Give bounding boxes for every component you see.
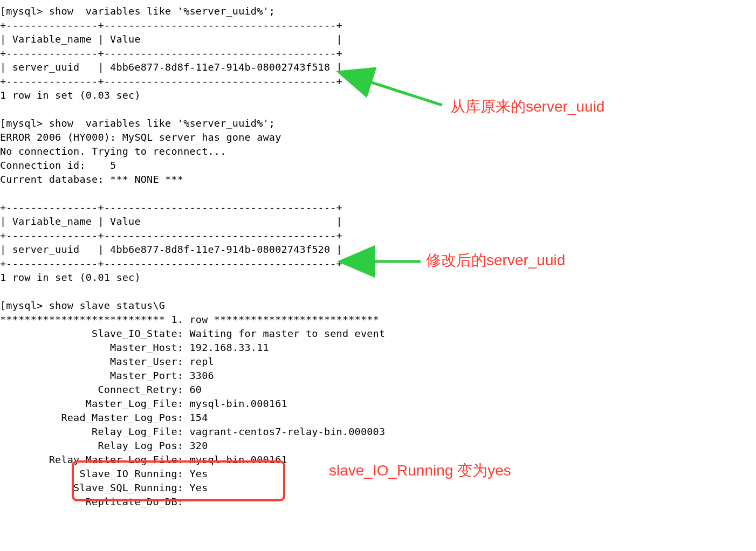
line: +---------------+-----------------------…: [0, 47, 342, 59]
line: +---------------+-----------------------…: [0, 230, 342, 241]
line: Relay_Log_File: vagrant-centos7-relay-bi…: [0, 426, 385, 437]
line: No connection. Trying to reconnect...: [0, 146, 226, 157]
line: [mysql> show slave status\G: [0, 300, 165, 311]
line: +---------------+-----------------------…: [0, 75, 342, 87]
highlight-box-slave-running: [72, 460, 285, 501]
line: Connect_Retry: 60: [0, 384, 202, 395]
line: Relay_Log_Pos: 320: [0, 440, 208, 451]
line: +---------------+-----------------------…: [0, 19, 342, 31]
line: Connection id: 5: [0, 160, 116, 171]
annotation-original-uuid: 从库原来的server_uuid: [450, 100, 604, 114]
line: Master_User: repl: [0, 356, 214, 367]
annotation-slave-io-running: slave_IO_Running 变为yes: [329, 464, 511, 478]
line: [mysql> show variables like '%server_uui…: [0, 118, 275, 129]
annotation-modified-uuid: 修改后的server_uuid: [426, 253, 565, 267]
terminal-output: [mysql> show variables like '%server_uui…: [0, 4, 385, 509]
line: Master_Port: 3306: [0, 370, 214, 381]
line: +---------------+-----------------------…: [0, 258, 342, 269]
line: Read_Master_Log_Pos: 154: [0, 412, 208, 423]
line: Master_Host: 192.168.33.11: [0, 342, 269, 353]
line: 1 row in set (0.03 sec): [0, 89, 141, 101]
line: Slave_IO_State: Waiting for master to se…: [0, 328, 385, 339]
line: +---------------+-----------------------…: [0, 202, 342, 213]
line: | Variable_name | Value |: [0, 216, 342, 227]
line: Current database: *** NONE ***: [0, 174, 183, 185]
line: ERROR 2006 (HY000): MySQL server has gon…: [0, 132, 281, 143]
line: [mysql> show variables like '%server_uui…: [0, 5, 275, 17]
line: Master_Log_File: mysql-bin.000161: [0, 398, 287, 409]
line: *************************** 1. row *****…: [0, 314, 379, 325]
line: 1 row in set (0.01 sec): [0, 272, 141, 283]
line: | server_uuid | 4bb6e877-8d8f-11e7-914b-…: [0, 244, 342, 255]
line: | server_uuid | 4bb6e877-8d8f-11e7-914b-…: [0, 61, 342, 73]
line: | Variable_name | Value |: [0, 33, 342, 45]
